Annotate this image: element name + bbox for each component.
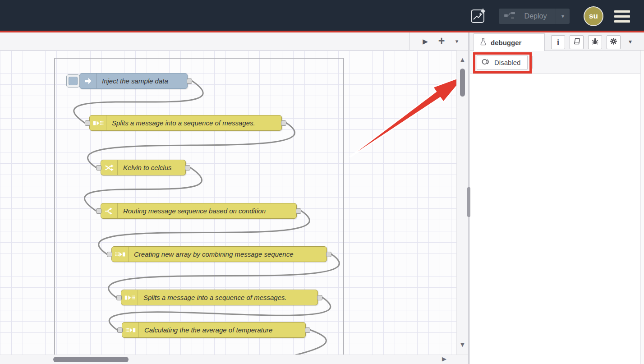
flow-node-join[interactable]: Creating new array by combining message … [111,246,327,262]
deploy-nodes-icon [504,11,515,22]
node-label: Creating new array by combining message … [129,250,299,258]
join-icon [122,323,139,337]
output-port[interactable] [296,208,301,214]
node-label: Splits a message into a sequence of mess… [106,119,261,127]
sidebar-options-caret[interactable]: ▾ [629,38,632,45]
input-port[interactable] [117,327,123,333]
split-icon [90,115,106,130]
user-avatar[interactable]: su [584,6,603,26]
output-port[interactable] [305,327,310,333]
sidebar-resize-handle[interactable] [467,187,470,217]
scroll-right-arrow-icon[interactable]: ▶ [442,355,446,362]
info-icon: i [557,38,559,46]
join-icon [112,247,129,262]
add-flow-button[interactable]: + [434,32,449,50]
sidebar: debugger i [470,32,644,364]
canvas-horizontal-scrollbar[interactable]: ▶ [0,355,468,364]
flow-node-join[interactable]: Calculating the the average of temperatu… [122,322,306,338]
scroll-up-arrow-icon[interactable]: ▲ [457,56,468,63]
node-label: Calculating the the average of temperatu… [139,326,278,334]
switch-icon [101,203,118,218]
hamburger-menu-icon [614,10,630,13]
input-port[interactable] [96,165,101,170]
output-port[interactable] [187,78,192,84]
output-port[interactable] [281,120,286,126]
next-tab-button[interactable]: ▶ [419,32,432,50]
node-label: Splits a message into a sequence of mess… [138,294,292,301]
flask-icon [480,38,487,47]
output-port[interactable] [326,252,331,257]
change-icon [101,160,118,175]
flow-node-change[interactable]: Kelvin to celcius [101,160,186,175]
deploy-button-label: Deploy [515,12,556,20]
horizontal-scroll-thumb[interactable] [53,357,129,362]
annotation-highlight-box [473,52,532,74]
input-port[interactable] [85,120,90,126]
ai-assistant-button[interactable] [470,7,487,24]
sidebar-scrollbar[interactable] [640,51,644,364]
output-port[interactable] [317,295,322,300]
flow-tab-strip: ▶ + ▾ [0,32,469,51]
input-port[interactable] [96,208,101,214]
node-label: Routing message sequence based on condit… [118,207,271,215]
node-label: Inject the sample data [97,77,174,85]
tab-debugger[interactable]: debugger [474,33,545,51]
node-label: Kelvin to celcius [118,164,177,171]
debug-messages-button[interactable] [588,35,602,49]
input-port[interactable] [116,295,122,300]
sidebar-tab-bar: debugger i [470,32,644,51]
library-button[interactable] [570,35,584,49]
flow-canvas[interactable]: Inject the sample dataSplits a message i… [0,51,469,355]
flow-node-inject[interactable]: Inject the sample data [79,73,188,89]
book-icon [573,37,580,47]
bug-icon [591,37,599,47]
header-accent-line [0,31,644,32]
node-red-editor: Deploy ▾ su ▶ + ▾ Inject the sample data… [0,0,644,364]
inject-arrow-icon [80,74,97,88]
canvas-vertical-scrollbar[interactable]: ▲ ▼ [456,51,468,355]
toolbar-separator [532,56,533,69]
debug-toolbar: Disabled [470,51,644,74]
split-icon [121,290,138,305]
gear-icon [610,37,617,47]
debug-messages-panel [470,74,644,364]
tabstrip-separator [409,32,410,50]
wires-layer [0,51,469,355]
sidebar-tool-buttons: i [551,35,621,49]
deploy-options-caret[interactable]: ▾ [556,9,570,24]
flow-list-button[interactable]: ▾ [450,32,464,50]
main-menu-button[interactable] [614,10,630,23]
info-button[interactable]: i [551,35,565,49]
tab-debugger-label: debugger [491,39,521,46]
scroll-down-arrow-icon[interactable]: ▼ [457,341,468,348]
flow-node-split[interactable]: Splits a message into a sequence of mess… [121,290,318,305]
input-port[interactable] [107,252,112,257]
flow-node-split[interactable]: Splits a message into a sequence of mess… [89,115,282,131]
settings-button[interactable] [607,35,621,49]
output-port[interactable] [185,165,190,170]
app-header: Deploy ▾ su [0,0,644,31]
vertical-scroll-thumb[interactable] [460,69,465,97]
inject-trigger-button[interactable] [66,74,80,88]
deploy-button[interactable]: Deploy ▾ [499,9,570,24]
flow-node-switch[interactable]: Routing message sequence based on condit… [101,203,297,219]
ai-flow-icon [470,18,487,26]
